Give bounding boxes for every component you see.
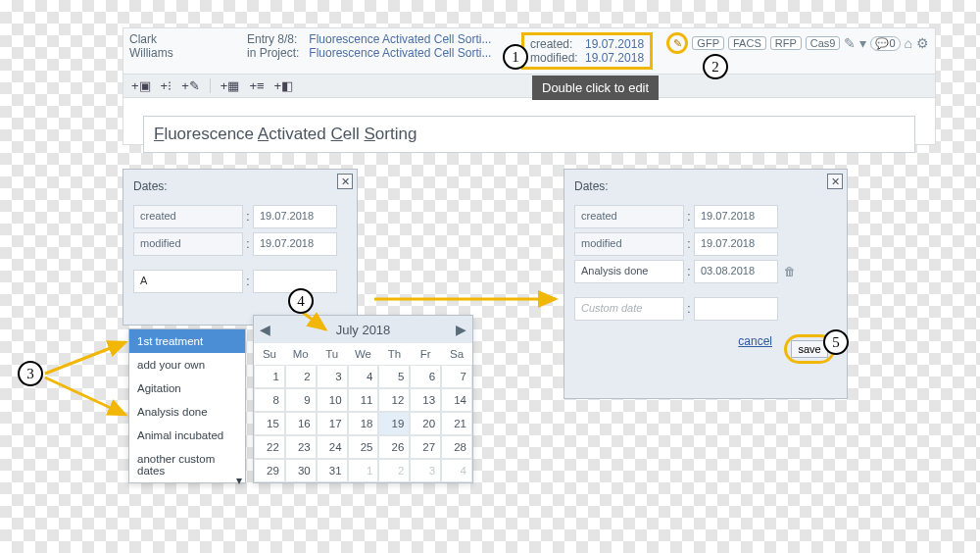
calendar-day[interactable]: 13 bbox=[410, 388, 441, 412]
calendar-day[interactable]: 2 bbox=[378, 459, 410, 482]
tag[interactable]: FACS bbox=[728, 36, 766, 50]
calendar-day[interactable]: 18 bbox=[348, 412, 379, 435]
add-block-button[interactable]: +◧ bbox=[274, 78, 294, 93]
close-icon[interactable]: ✕ bbox=[337, 174, 353, 189]
project-link[interactable]: Fluorescence Activated Cell Sorti... bbox=[309, 46, 491, 60]
dates-panel-save: ✕ Dates: created : 19.07.2018 modified :… bbox=[564, 169, 848, 399]
date-value[interactable]: 19.07.2018 bbox=[253, 232, 337, 256]
calendar-day[interactable]: 28 bbox=[441, 435, 472, 459]
add-list-button[interactable]: +≡ bbox=[249, 78, 264, 93]
home-icon[interactable]: ⌂ bbox=[905, 35, 912, 51]
close-icon[interactable]: ✕ bbox=[827, 174, 843, 189]
calendar-day[interactable]: 15 bbox=[254, 412, 285, 435]
suggestion-item[interactable]: Animal incubated bbox=[129, 424, 245, 447]
calendar-day[interactable]: 3 bbox=[317, 365, 348, 388]
gear-icon[interactable]: ⚙ bbox=[916, 35, 929, 51]
trash-icon[interactable]: 🗑 bbox=[784, 265, 796, 278]
calendar-day[interactable]: 30 bbox=[285, 459, 317, 482]
calendar-day[interactable]: 9 bbox=[285, 388, 317, 412]
user-name: Clark Williams bbox=[129, 32, 247, 60]
calendar-day[interactable]: 20 bbox=[410, 412, 441, 435]
entry-title-input[interactable]: Fluorescence Activated Cell Sorting bbox=[143, 116, 915, 153]
custom-date-value[interactable] bbox=[694, 297, 778, 321]
calendar-day[interactable]: 19 bbox=[378, 412, 410, 435]
calendar-day[interactable]: 4 bbox=[441, 459, 472, 482]
suggestion-item[interactable]: Analysis done bbox=[129, 400, 245, 424]
calendar-day[interactable]: 1 bbox=[254, 365, 285, 388]
dates-summary-box[interactable]: created:19.07.2018 modified:19.07.2018 bbox=[521, 32, 653, 70]
entry-link[interactable]: Fluorescence Activated Cell Sorti... bbox=[309, 32, 491, 46]
calendar-day[interactable]: 27 bbox=[410, 435, 441, 459]
chevron-down-icon[interactable]: ▾ bbox=[859, 35, 866, 51]
custom-date-row: A : bbox=[133, 270, 347, 293]
calendar-day[interactable]: 12 bbox=[378, 388, 410, 412]
calendar-day[interactable]: 11 bbox=[348, 388, 379, 412]
date-value[interactable]: 19.07.2018 bbox=[694, 232, 778, 256]
calendar-day[interactable]: 17 bbox=[317, 412, 348, 435]
suggestion-item[interactable]: Agitation bbox=[129, 377, 245, 400]
date-label: modified bbox=[574, 232, 684, 256]
add-table-button[interactable]: +▦ bbox=[220, 78, 240, 93]
date-row: created : 19.07.2018 bbox=[133, 205, 347, 228]
calendar-day[interactable]: 25 bbox=[348, 435, 379, 459]
date-value[interactable]: 19.07.2018 bbox=[694, 205, 778, 228]
edit-tags-icon[interactable]: ✎ bbox=[844, 35, 856, 51]
date-label: modified bbox=[133, 232, 243, 256]
entry-meta: Entry 8/8: Fluorescence Activated Cell S… bbox=[247, 32, 521, 60]
calendar-day[interactable]: 14 bbox=[441, 388, 472, 412]
calendar-day[interactable]: 5 bbox=[378, 365, 410, 388]
calendar-day[interactable]: 8 bbox=[254, 388, 285, 412]
calendar-dow: We bbox=[348, 343, 379, 365]
calendar-day[interactable]: 2 bbox=[285, 365, 317, 388]
calendar-day[interactable]: 4 bbox=[348, 365, 379, 388]
tag[interactable]: Cas9 bbox=[806, 36, 841, 50]
calendar-day[interactable]: 23 bbox=[285, 435, 317, 459]
cancel-link[interactable]: cancel bbox=[738, 334, 772, 364]
user-last: Williams bbox=[129, 46, 247, 60]
suggestion-item[interactable]: 1st treatment bbox=[129, 329, 245, 353]
svg-line-1 bbox=[45, 377, 125, 415]
date-label[interactable]: Analysis done bbox=[574, 260, 684, 283]
modified-date: 19.07.2018 bbox=[585, 51, 644, 65]
calendar-day[interactable]: 10 bbox=[317, 388, 348, 412]
calendar-day[interactable]: 22 bbox=[254, 435, 285, 459]
add-attachment-button[interactable]: +✎ bbox=[181, 78, 200, 93]
calendar-day[interactable]: 7 bbox=[441, 365, 472, 388]
edit-dates-icon[interactable]: ✎ bbox=[666, 32, 688, 54]
chevron-down-icon[interactable]: ▾ bbox=[228, 468, 244, 481]
suggestion-dropdown: 1st treatment add your own Agitation Ana… bbox=[128, 328, 246, 483]
toolbar: +▣ +⁝ +✎ +▦ +≡ +◧ bbox=[123, 74, 935, 98]
date-value[interactable]: 19.07.2018 bbox=[253, 205, 337, 228]
next-month-button[interactable]: ▶ bbox=[456, 322, 466, 337]
created-date: 19.07.2018 bbox=[585, 37, 644, 51]
calendar-day[interactable]: 1 bbox=[348, 459, 379, 482]
comments-badge[interactable]: 💬0 bbox=[870, 36, 900, 51]
dates-panel-edit: ✕ Dates: created : 19.07.2018 modified :… bbox=[122, 169, 358, 326]
add-entry-button[interactable]: +⁝ bbox=[161, 78, 172, 93]
custom-date-placeholder[interactable]: Custom date bbox=[574, 297, 684, 321]
calendar-day[interactable]: 3 bbox=[410, 459, 441, 482]
date-picker: ◀ July 2018 ▶ SuMoTuWeThFrSa 12345678910… bbox=[253, 315, 473, 483]
calendar-dow: Su bbox=[254, 343, 285, 365]
prev-month-button[interactable]: ◀ bbox=[260, 322, 270, 337]
calendar-dow: Mo bbox=[285, 343, 317, 365]
calendar-day[interactable]: 6 bbox=[410, 365, 441, 388]
custom-date-input[interactable]: A bbox=[133, 270, 243, 293]
tag[interactable]: GFP bbox=[692, 36, 724, 50]
suggestion-item[interactable]: add your own bbox=[129, 353, 245, 377]
calendar-day[interactable]: 29 bbox=[254, 459, 285, 482]
calendar-day[interactable]: 31 bbox=[317, 459, 348, 482]
date-label: created bbox=[133, 205, 243, 228]
calendar-day[interactable]: 24 bbox=[317, 435, 348, 459]
user-first: Clark bbox=[129, 32, 247, 46]
tooltip: Double click to edit bbox=[532, 75, 659, 100]
calendar-day[interactable]: 26 bbox=[378, 435, 410, 459]
tag-bar: ✎ GFP FACS RFP Cas9 ✎ ▾ 💬0 ⌂ ⚙ bbox=[666, 32, 929, 54]
calendar-day[interactable]: 21 bbox=[441, 412, 472, 435]
date-value[interactable]: 03.08.2018 bbox=[694, 260, 778, 283]
date-row: created : 19.07.2018 bbox=[574, 205, 837, 228]
calendar-day[interactable]: 16 bbox=[285, 412, 317, 435]
tag[interactable]: RFP bbox=[770, 36, 802, 50]
add-item-button[interactable]: +▣ bbox=[131, 78, 151, 93]
calendar-dow: Tu bbox=[317, 343, 348, 365]
